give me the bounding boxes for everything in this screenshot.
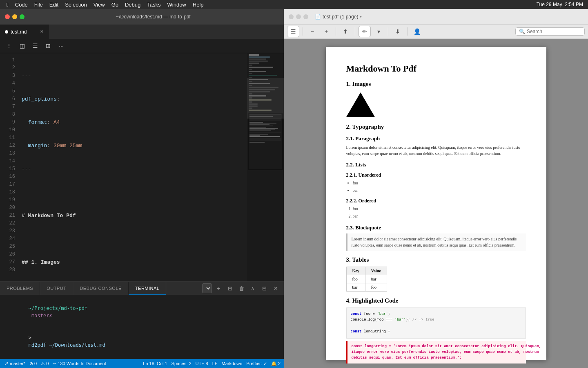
panel-tab-debug[interactable]: DEBUG CONSOLE bbox=[73, 282, 128, 295]
indentation-status[interactable]: Spaces: 2 bbox=[172, 361, 192, 366]
pdf-user-button[interactable]: 👤 bbox=[411, 26, 423, 37]
pdf-search-input[interactable] bbox=[527, 29, 580, 34]
notification-bell[interactable]: 🔔 2 bbox=[271, 361, 281, 366]
code-content[interactable]: --- pdf_options: format: A4 margin: 30mm… bbox=[18, 53, 247, 281]
pdf-search-icon: 🔍 bbox=[519, 29, 525, 34]
pdf-title-bar: 📄 test.pdf (1 page) ▾ bbox=[284, 9, 588, 25]
new-terminal-button[interactable]: + bbox=[214, 283, 223, 293]
code-line: ## 1. Images bbox=[18, 258, 247, 266]
pdf-h3-unordered: 2.2.1. Unordered bbox=[346, 172, 526, 178]
table-cell: foo bbox=[365, 283, 387, 292]
pdf-minimize-button[interactable] bbox=[296, 14, 301, 19]
pdf-toolbar-separator bbox=[303, 27, 303, 36]
close-panel-button[interactable]: ✕ bbox=[271, 283, 281, 293]
word-count-label: ✏ 130 Words In Document bbox=[53, 361, 106, 366]
code-line: --- bbox=[18, 165, 247, 173]
table-cell: foo bbox=[346, 275, 365, 283]
pdf-sidebar-toggle[interactable]: ☰ bbox=[287, 26, 299, 37]
encoding-status[interactable]: UTF-8 bbox=[196, 361, 208, 366]
panel-tabs: PROBLEMS OUTPUT DEBUG CONSOLE TERMINAL 1… bbox=[0, 282, 284, 295]
indentation-label: Spaces: 2 bbox=[172, 361, 192, 366]
kill-terminal-button[interactable]: 🗑 bbox=[236, 283, 246, 293]
code-line: pdf_options: bbox=[18, 95, 247, 103]
code-line: margin: 30mm 25mm bbox=[18, 142, 247, 150]
menu-bar-left:  Code File Edit Selection View Go Debug… bbox=[3, 0, 207, 9]
code-line bbox=[18, 188, 247, 196]
tab-test-md[interactable]: test.md ✕ bbox=[0, 25, 49, 39]
language-status[interactable]: Markdown bbox=[222, 361, 243, 366]
menu-tasks[interactable]: Tasks bbox=[144, 0, 164, 9]
vscode-title-bar: ~/Downloads/test.md — md-to-pdf bbox=[0, 9, 284, 25]
code-editor[interactable]: 12345 678910 1112131415 1617181920 21222… bbox=[0, 53, 247, 281]
pdf-share-button[interactable]: ⬆ bbox=[339, 26, 352, 37]
pdf-zoom-in-button[interactable]: + bbox=[320, 26, 332, 37]
prettier-label: Prettier: ✓ bbox=[246, 361, 267, 366]
pdf-unordered-list: foo bar bbox=[353, 180, 526, 194]
menu-code[interactable]: Code bbox=[12, 0, 31, 9]
terminal-line: > md2pdf ~/Downloads/test.md bbox=[5, 327, 279, 356]
cursor-position-label: Ln 18, Col 1 bbox=[143, 361, 167, 366]
code-line: --- bbox=[18, 72, 247, 80]
prettier-status[interactable]: Prettier: ✓ bbox=[246, 361, 267, 366]
menu-debug[interactable]: Debug bbox=[122, 0, 144, 9]
pdf-window-title: 📄 test.pdf (1 page) ▾ bbox=[315, 14, 362, 20]
terminal-session-selector[interactable]: 1: zsh bbox=[202, 283, 212, 293]
maximize-panel-button[interactable]: ∧ bbox=[248, 283, 258, 293]
word-count-status[interactable]: ✏ 130 Words In Document bbox=[53, 361, 106, 366]
menu-help[interactable]: Help bbox=[189, 0, 207, 9]
table-cell: bar bbox=[365, 275, 387, 283]
pdf-paragraph-text: Lorem ipsum dolor sit amet consectetur a… bbox=[346, 144, 526, 157]
terminal-content[interactable]: ~/Projects/md-to-pdf master✗ > md2pdf ~/… bbox=[0, 295, 284, 359]
split-terminal-button[interactable]: ⊞ bbox=[225, 283, 235, 293]
terminal-dir: ~/Projects/md-to-pdf bbox=[29, 305, 88, 311]
pdf-annotation-button[interactable]: ✏ bbox=[359, 26, 371, 37]
notification-count: 2 bbox=[278, 361, 281, 366]
tab-dot bbox=[5, 30, 8, 34]
panel-tab-terminal[interactable]: TERMINAL bbox=[129, 282, 167, 295]
menu-edit[interactable]: Edit bbox=[46, 0, 62, 9]
pdf-page: Markdown To Pdf 1. Images 2. Typography … bbox=[326, 47, 546, 360]
pdf-traffic-lights bbox=[289, 14, 308, 19]
tab-close-button[interactable]: ✕ bbox=[40, 29, 44, 34]
close-button[interactable] bbox=[5, 14, 10, 19]
panel-tab-problems[interactable]: PROBLEMS bbox=[0, 282, 40, 295]
minimize-button[interactable] bbox=[12, 14, 17, 19]
menu-file[interactable]: File bbox=[31, 0, 46, 9]
pdf-code-red-block: const longString = 'Lorem ipsum dolor si… bbox=[346, 341, 526, 364]
pdf-content[interactable]: Markdown To Pdf 1. Images 2. Typography … bbox=[284, 39, 588, 368]
cursor-position-status[interactable]: Ln 18, Col 1 bbox=[143, 361, 167, 366]
menu-go[interactable]: Go bbox=[108, 0, 122, 9]
panel-tab-output[interactable]: OUTPUT bbox=[40, 282, 73, 295]
pdf-h1-code: 4. Highlighted Code bbox=[346, 297, 526, 304]
pdf-save-button[interactable]: ⬇ bbox=[392, 26, 404, 37]
pdf-annotation-chevron[interactable]: ▾ bbox=[372, 26, 385, 37]
preview-button[interactable]: ◫ bbox=[16, 40, 28, 52]
pdf-zoom-out-button[interactable]: − bbox=[306, 26, 318, 37]
code-line: # Markdown To Pdf bbox=[18, 212, 247, 220]
pdf-close-button[interactable] bbox=[289, 14, 294, 19]
layout-button[interactable]: ⊟ bbox=[259, 283, 269, 293]
more-actions-button[interactable]: ··· bbox=[56, 40, 67, 52]
menu-selection[interactable]: Selection bbox=[62, 0, 90, 9]
pdf-h1-tables: 3. Tables bbox=[346, 256, 526, 263]
apple-menu[interactable]:  bbox=[3, 0, 12, 9]
split-editor-button[interactable]: ⋮ bbox=[3, 40, 15, 52]
warnings-status[interactable]: ⚠ 0 bbox=[41, 361, 49, 366]
maximize-button[interactable] bbox=[20, 14, 24, 19]
pdf-maximize-button[interactable] bbox=[303, 14, 308, 19]
git-branch-icon: ⎇ bbox=[3, 361, 9, 366]
menu-window[interactable]: Window bbox=[164, 0, 189, 9]
breadcrumb-toggle[interactable]: ⊞ bbox=[42, 40, 54, 52]
status-bar-right: Ln 18, Col 1 Spaces: 2 UTF-8 LF Markdown… bbox=[143, 361, 281, 366]
git-branch-status[interactable]: ⎇ master* bbox=[3, 361, 25, 366]
errors-status[interactable]: ⊗ 0 bbox=[29, 361, 37, 366]
eol-status[interactable]: LF bbox=[212, 361, 218, 366]
status-bar-left: ⎇ master* ⊗ 0 ⚠ 0 ✏ 130 Words In Documen… bbox=[3, 361, 106, 366]
pdf-h2-lists: 2.2. Lists bbox=[346, 162, 526, 168]
menu-clock: Tue 29 May 2:54 PM bbox=[535, 2, 585, 7]
outline-button[interactable]: ☰ bbox=[29, 40, 41, 52]
pdf-window: 📄 test.pdf (1 page) ▾ ☰ − + ⬆ ✏ ▾ ⬇ 👤 🔍 … bbox=[284, 9, 588, 368]
code-line: format: A4 bbox=[18, 119, 247, 126]
menu-view[interactable]: View bbox=[90, 0, 108, 9]
pdf-chevron-icon: ▾ bbox=[360, 14, 362, 19]
